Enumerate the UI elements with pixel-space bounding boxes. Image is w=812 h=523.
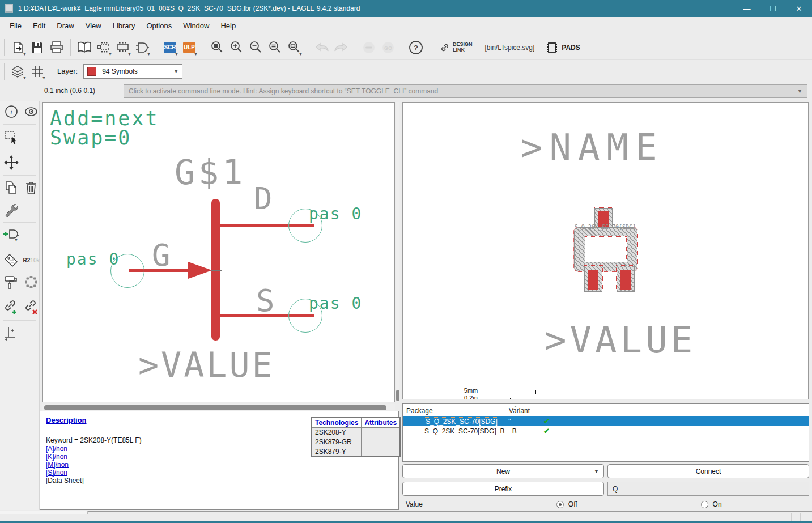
package-name: S_Q_2SK_SC-70[SDG]_B	[424, 427, 504, 435]
footprint-name-text: S_Q_2SK_SC-70[SDG]	[562, 224, 648, 230]
info-tool-button[interactable]: i	[3, 104, 19, 120]
table-row[interactable]: 2SK208-Y	[312, 428, 400, 437]
value-on-radio[interactable]	[701, 501, 708, 508]
prefix-value-field[interactable]: Q	[607, 482, 809, 496]
edit-device-button[interactable]: ▼	[133, 38, 152, 57]
toolbar-separator	[402, 39, 402, 56]
undo-button[interactable]	[312, 38, 331, 57]
mark-origin-tool-button[interactable]	[3, 325, 19, 341]
design-link-button[interactable]: DESIGNLINK	[440, 42, 473, 53]
source-pin-name: S	[256, 283, 275, 318]
technologies-header[interactable]: Technologies	[312, 418, 362, 428]
edit-package-button[interactable]: ▼	[113, 38, 133, 57]
menu-window[interactable]: Window	[177, 19, 215, 32]
package-canvas[interactable]: >NAME S_Q_2SK_SC-70[SDG] >VALUE 5mm 0.2i…	[402, 102, 809, 399]
variant-name: _B	[504, 427, 543, 435]
menu-draw[interactable]: Draw	[51, 19, 79, 32]
connect-button[interactable]: Connect	[607, 464, 809, 478]
menu-view[interactable]: View	[80, 19, 107, 32]
redo-button[interactable]	[331, 38, 351, 57]
command-line-input[interactable]: Click to activate command line mode. Hin…	[124, 84, 807, 98]
hscrollbar-thumb[interactable]	[44, 405, 386, 410]
minimize-button[interactable]: —	[734, 0, 760, 17]
menu-help[interactable]: Help	[215, 19, 241, 32]
description-title-link[interactable]: Description	[46, 416, 87, 424]
status-bar-divider	[791, 513, 792, 521]
command-line-hint: Click to activate command line mode. Hin…	[129, 87, 797, 95]
attributes-header[interactable]: Attributes	[362, 418, 400, 428]
description-link-s[interactable]: [S]/non	[46, 469, 84, 476]
symbol-canvas[interactable]: Add=next Swap=0 G$1 D G S pas 0 pas 0 pa…	[42, 102, 395, 402]
layer-settings-button[interactable]: ▼	[8, 62, 28, 81]
name-tool-button[interactable]	[3, 253, 19, 269]
run-ulp-button[interactable]: ULP ▼	[180, 38, 199, 57]
menu-options[interactable]: Options	[141, 19, 177, 32]
table-row[interactable]: 2SK879-Y	[312, 447, 400, 457]
description-link-a[interactable]: [A]/non	[46, 445, 84, 452]
toolbar-separator	[4, 63, 5, 80]
zoom-previous-button[interactable]	[265, 38, 284, 57]
grid-info: 0.1 inch (0.6 0.1)	[44, 87, 95, 95]
print-button[interactable]	[47, 38, 66, 57]
technologies-table: Technologies Attributes 2SK208-Y 2SK879-…	[311, 417, 401, 457]
run-script-button[interactable]: SCR ▼	[160, 38, 180, 57]
chevron-down-icon: ▼	[594, 469, 599, 474]
prefix-button[interactable]: Prefix	[402, 482, 604, 496]
menu-library[interactable]: Library	[107, 19, 141, 32]
pad-3	[617, 266, 635, 292]
library-table-button[interactable]	[75, 38, 94, 57]
package-variant-tool-button[interactable]	[24, 274, 40, 290]
help-button[interactable]: ?	[406, 38, 426, 57]
save-button[interactable]	[28, 38, 47, 57]
link-icon	[440, 42, 450, 53]
ltspice-export-button[interactable]: [bin/LTspice.svg]	[485, 44, 535, 52]
dropdown-indicator-icon: ▼	[299, 52, 303, 56]
package-name: S_Q_2SK_SC-70[SDG]	[424, 418, 499, 426]
go-button[interactable]: GO	[379, 38, 398, 57]
description-link-k[interactable]: [K]/non	[46, 453, 84, 460]
command-toolbar: i ▼ R2 10k	[0, 101, 40, 510]
copy-tool-button[interactable]	[3, 180, 19, 196]
package-name-placeholder: >NAME	[521, 126, 664, 168]
layer-select[interactable]: 94 Symbols ▼	[83, 64, 182, 79]
show-tool-button[interactable]	[24, 104, 40, 120]
description-link-m[interactable]: [M]/non	[46, 461, 84, 468]
export-drawing-button[interactable]: ▼	[8, 38, 28, 57]
disconnect-tool-button[interactable]	[24, 300, 40, 316]
stop-button[interactable]	[359, 38, 379, 57]
zoom-select-button[interactable]: ▼	[284, 38, 304, 57]
value-tool-button[interactable]: R2 10k	[23, 253, 39, 269]
new-package-button[interactable]: New▼	[402, 464, 604, 478]
technology-tool-button[interactable]	[3, 274, 19, 290]
package-row[interactable]: S_Q_2SK_SC-70[SDG]_B _B ✔	[403, 426, 809, 436]
zoom-in-button[interactable]	[227, 38, 246, 57]
delete-tool-button[interactable]	[24, 180, 40, 196]
menu-file[interactable]: File	[4, 19, 27, 32]
change-tool-button[interactable]	[3, 202, 19, 218]
table-row[interactable]: 2SK879-GR	[312, 437, 400, 447]
package-column-header[interactable]: Package	[403, 407, 504, 416]
pads-export-button[interactable]: PADS	[546, 41, 580, 54]
gate-arrow	[188, 262, 212, 279]
variant-column-header[interactable]: ˆ Variant	[504, 407, 572, 416]
package-row-selected[interactable]: S_Q_2SK_SC-70[SDG] '' ✔	[403, 416, 809, 426]
edit-symbol-button[interactable]: ▼	[94, 38, 113, 57]
close-button[interactable]: ✕	[786, 0, 812, 17]
drain-pin-name: D	[254, 181, 273, 216]
zoom-out-button[interactable]	[246, 38, 265, 57]
toolbar-separator	[355, 39, 355, 56]
zoom-fit-button[interactable]	[207, 38, 227, 57]
group-select-tool-button[interactable]	[3, 129, 19, 145]
value-off-radio[interactable]	[556, 501, 564, 508]
pads-label: PADS	[562, 44, 580, 52]
gate-pin-direction-label: pas 0	[66, 250, 120, 269]
pad-2	[584, 266, 602, 292]
move-tool-button[interactable]	[3, 155, 19, 171]
add-part-tool-button[interactable]: ▼	[3, 227, 19, 243]
grid-button[interactable]: ▼	[28, 62, 47, 81]
maximize-button[interactable]: ☐	[760, 0, 786, 17]
dropdown-indicator-icon: ▼	[175, 52, 178, 56]
menu-edit[interactable]: Edit	[27, 19, 51, 32]
connect-tool-button[interactable]	[3, 300, 19, 316]
origin-crosshair	[211, 266, 222, 276]
